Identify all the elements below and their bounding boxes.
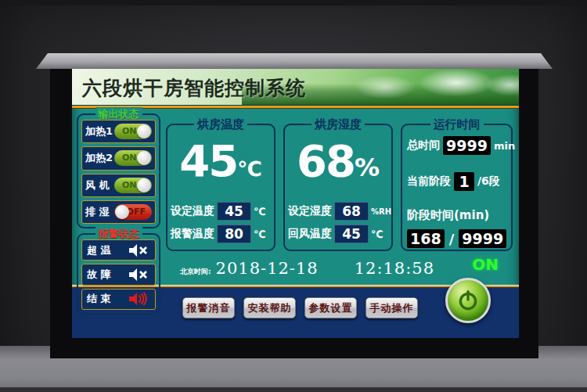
humidity-settings: 设定湿度 68 %RH 回风温度 45 ℃ xyxy=(288,202,390,243)
parameter-settings-button[interactable]: 参数设置 xyxy=(304,297,357,318)
output-status-panel: 输出状态 加热1 ON 加热2 ON 风 机 xyxy=(77,113,160,228)
heater2-toggle[interactable]: ON xyxy=(114,150,152,166)
toggle-knob xyxy=(137,124,151,138)
button-row: 报警消音 安装帮助 参数设置 手动操作 xyxy=(182,297,418,318)
output-row-dehumidify: 排 湿 OFF xyxy=(81,200,156,224)
power-button[interactable] xyxy=(445,278,491,323)
runtime-panel: 运行时间 总时间 9999 min 当前阶段 1 /6段 阶段时间(min) 1… xyxy=(401,124,513,251)
toggle-state-label: OFF xyxy=(127,207,146,218)
stage-time-values-row: 168 / 9999 xyxy=(407,229,506,248)
case-bottom-edge xyxy=(0,387,587,392)
page-title: 六段烘干房智能控制系统 xyxy=(82,75,306,101)
output-row-label: 加热1 xyxy=(85,124,113,138)
temperature-panel-title: 烘房温度 xyxy=(194,117,247,132)
alarm-status-panel: 报警状态 超 温 故 障 xyxy=(77,233,160,315)
output-row-label: 加热2 xyxy=(85,151,113,165)
power-state-label: ON xyxy=(461,255,510,274)
output-row-fan: 风 机 ON xyxy=(81,174,156,197)
alarm-row-overtemp: 超 温 xyxy=(81,239,156,261)
set-humidity-label: 设定湿度 xyxy=(288,204,332,218)
power-icon xyxy=(456,288,481,313)
temperature-panel: 烘房温度 45℃ 设定温度 45 ℃ 报警温度 80 ℃ xyxy=(166,124,275,251)
humidity-value: 68 xyxy=(297,135,355,186)
clock-label: 北京时间: xyxy=(180,267,211,277)
alarm-mute-button[interactable]: 报警消音 xyxy=(182,297,235,318)
current-stage-label: 当前阶段 xyxy=(407,174,451,189)
alarm-row-label: 超 温 xyxy=(87,243,111,257)
humidity-panel: 烘房湿度 68% 设定湿度 68 %RH 回风温度 45 ℃ xyxy=(283,124,393,251)
total-time-value: 9999 xyxy=(443,136,491,155)
stage-elapsed-value: 168 xyxy=(407,229,445,248)
alarm-temperature-label: 报警温度 xyxy=(171,227,214,241)
toggle-state-label: ON xyxy=(122,153,137,164)
set-humidity-unit: %RH xyxy=(371,207,391,216)
set-temperature-row: 设定温度 45 ℃ xyxy=(171,202,272,221)
return-air-temp-row: 回风温度 45 ℃ xyxy=(288,225,390,243)
return-air-temp-unit: ℃ xyxy=(371,228,384,240)
current-temperature: 45℃ xyxy=(167,139,274,183)
total-time-label: 总时间 xyxy=(407,138,440,153)
set-temperature-label: 设定温度 xyxy=(171,204,214,218)
set-humidity-row: 设定湿度 68 %RH xyxy=(288,202,390,221)
stage-time-label: 阶段时间(min) xyxy=(407,208,489,223)
runtime-content: 总时间 9999 min 当前阶段 1 /6段 阶段时间(min) 168 / … xyxy=(407,133,506,245)
dehumidify-toggle[interactable]: OFF xyxy=(114,204,152,220)
stage-total-value: 9999 xyxy=(459,229,506,248)
touchscreen: 六段烘干房智能控制系统 输出状态 加热1 ON 加热2 ON xyxy=(72,69,519,338)
speaker-muted-icon xyxy=(128,243,149,257)
temperature-settings: 设定温度 45 ℃ 报警温度 80 ℃ xyxy=(171,202,272,243)
alarm-row-finished: 结 束 xyxy=(81,289,156,310)
current-stage-row: 当前阶段 1 /6段 xyxy=(407,172,506,191)
hmi-device-frame: 六段烘干房智能控制系统 输出状态 加热1 ON 加热2 ON xyxy=(0,0,587,392)
speaker-muted-icon xyxy=(128,268,149,282)
alarm-temperature-unit: ℃ xyxy=(254,228,266,240)
bezel-top-highlight xyxy=(36,53,553,69)
total-time-row: 总时间 9999 min xyxy=(407,136,506,155)
return-air-temp-label: 回风温度 xyxy=(288,227,332,241)
stage-time-separator: / xyxy=(449,231,455,247)
manual-operation-button[interactable]: 手动操作 xyxy=(366,297,418,318)
total-time-unit: min xyxy=(494,140,515,152)
output-row-heater1: 加热1 ON xyxy=(81,120,156,143)
runtime-panel-title: 运行时间 xyxy=(430,117,484,132)
heater1-toggle[interactable]: ON xyxy=(114,124,152,139)
alarm-status-rows: 超 温 故 障 结 束 xyxy=(81,239,156,310)
alarm-row-label: 故 障 xyxy=(87,268,111,282)
alarm-temperature-value[interactable]: 80 xyxy=(217,225,251,243)
install-help-button[interactable]: 安装帮助 xyxy=(243,297,296,318)
current-stage-value: 1 xyxy=(454,172,474,191)
fan-toggle[interactable]: ON xyxy=(114,178,152,193)
output-status-rows: 加热1 ON 加热2 ON 风 机 ON xyxy=(81,120,156,224)
output-row-label: 排 湿 xyxy=(85,205,110,219)
return-air-temp-value[interactable]: 45 xyxy=(334,225,369,243)
current-stage-suffix: /6段 xyxy=(477,174,500,189)
toggle-state-label: ON xyxy=(122,126,137,137)
set-humidity-value[interactable]: 68 xyxy=(334,202,369,221)
output-row-label: 风 机 xyxy=(85,178,110,192)
set-temperature-unit: ℃ xyxy=(254,206,266,218)
case-top-edge xyxy=(0,0,587,5)
toggle-state-label: ON xyxy=(122,180,137,191)
clock-display: 北京时间: 2018-12-18 12:18:58 xyxy=(180,259,434,278)
speaker-sound-icon xyxy=(128,292,149,306)
temperature-unit: ℃ xyxy=(237,157,261,181)
clock-date: 2018-12-18 xyxy=(216,259,319,278)
alarm-temperature-row: 报警温度 80 ℃ xyxy=(171,225,272,243)
current-humidity: 68% xyxy=(285,139,391,183)
toggle-knob xyxy=(115,205,129,219)
toggle-knob xyxy=(137,151,151,165)
alarm-row-fault: 故 障 xyxy=(81,264,156,285)
humidity-unit: % xyxy=(355,153,380,182)
stage-time-label-row: 阶段时间(min) xyxy=(407,208,506,223)
set-temperature-value[interactable]: 45 xyxy=(217,202,251,221)
alarm-row-label: 结 束 xyxy=(87,292,111,306)
clock-time: 12:18:58 xyxy=(355,259,434,278)
humidity-panel-title: 烘房湿度 xyxy=(312,117,365,132)
temperature-value: 45 xyxy=(179,135,237,186)
toggle-knob xyxy=(137,178,151,192)
output-row-heater2: 加热2 ON xyxy=(81,146,156,170)
title-bar: 六段烘干房智能控制系统 xyxy=(72,69,519,105)
